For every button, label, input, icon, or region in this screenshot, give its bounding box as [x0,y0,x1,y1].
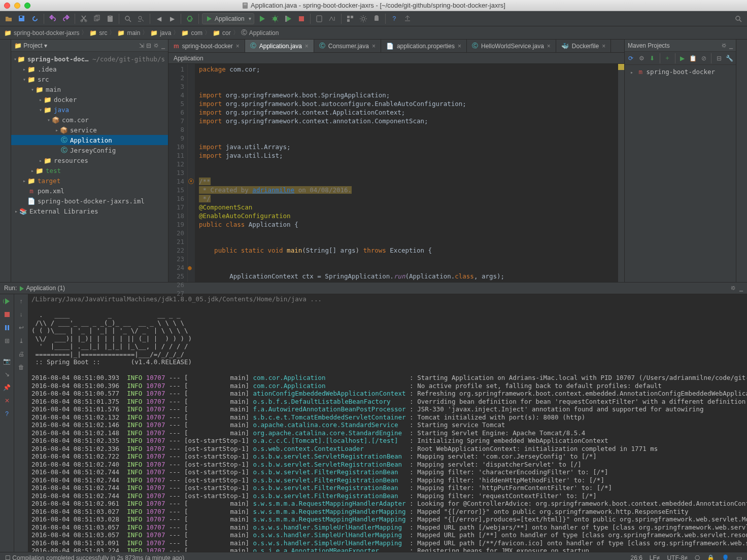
settings-icon[interactable] [358,13,369,24]
find-icon[interactable] [122,13,133,24]
panel-settings-icon[interactable]: ⛭ [730,285,736,292]
forward-icon[interactable]: ▶ [166,13,178,24]
open-file-icon[interactable] [3,13,14,24]
crumb-java[interactable]: 📁 java [149,29,172,37]
close-window-icon[interactable] [4,3,10,9]
tab-properties[interactable]: 📄application.properties× [381,40,467,52]
tab-docker[interactable]: 🐳Dockerfile× [556,40,611,52]
add-icon[interactable]: ＋ [663,53,672,63]
minimize-window-icon[interactable] [14,3,20,9]
lock-icon[interactable]: 🔒 [707,554,715,561]
editor-breadcrumb[interactable]: Application [168,53,624,64]
save-all-icon[interactable] [16,13,27,24]
close-run-icon[interactable]: ✕ [2,396,12,406]
line-sep[interactable]: LF≠ [650,554,660,561]
panel-settings-icon[interactable]: ⛭ [721,42,727,49]
close-icon[interactable]: × [458,43,461,50]
caret-pos[interactable]: 26:6 [630,554,642,561]
scroll-end-icon[interactable]: ⤓ [16,336,26,346]
redo-icon[interactable] [60,13,72,24]
tree-service[interactable]: ▸📦service [11,125,168,135]
console-output[interactable]: /Library/Java/JavaVirtualMachines/jdk1.8… [28,294,747,552]
tree-pom[interactable]: mpom.xml [11,186,168,196]
close-icon[interactable]: × [305,43,309,50]
tree-application[interactable]: ⒸApplication [11,135,168,145]
help-icon[interactable]: ? [2,409,12,419]
context[interactable]: ⎔ [695,554,700,561]
warning-indicator[interactable] [618,64,624,70]
close-icon[interactable]: × [236,43,240,50]
up-icon[interactable]: ↑ [16,296,26,306]
tab-pom[interactable]: mspring-boot-docker× [168,40,245,52]
run-config-select[interactable]: Application [202,13,254,24]
pin-icon[interactable]: 📌 [2,382,12,393]
close-icon[interactable]: × [602,43,605,50]
restore-icon[interactable]: ⊞ [2,336,12,346]
copy-icon[interactable] [91,13,103,24]
error-stripe[interactable] [618,64,624,282]
maximize-window-icon[interactable] [24,3,30,9]
crumb-project[interactable]: 📁 spring-boot-docker-jaxrs [3,29,80,37]
back-icon[interactable]: ◀ [153,13,164,24]
tree-test[interactable]: ▸📁test [11,165,168,176]
exit-icon[interactable]: ↘ [2,369,12,379]
autoscroll-icon[interactable]: ⇲ [139,42,144,49]
panel-settings-icon[interactable]: ⛭ [153,42,159,49]
tree-jersey[interactable]: ⒸJerseyConfig [11,145,168,155]
tree-resources[interactable]: ▸📁resources [11,155,168,165]
maven-settings-icon[interactable]: 🔧 [725,53,734,63]
crumb-main[interactable]: 📁 main [116,29,141,37]
reimport-icon[interactable]: ⟳ [627,53,635,63]
stop-icon[interactable] [2,309,12,320]
help-icon[interactable]: ? [389,13,400,24]
tree-src[interactable]: ▾📁src [11,74,168,84]
close-icon[interactable]: × [372,43,376,50]
avd-icon[interactable] [314,13,325,24]
editor-gutter[interactable]: ⦿ ● [188,64,195,282]
project-tree[interactable]: ▾📁spring-boot-docker-jaxrs~/code/git-git… [11,52,168,282]
tab-application[interactable]: ⒸApplication.java× [245,40,314,52]
encoding[interactable]: UTF-8≠ [667,554,688,561]
tree-java[interactable]: ▾📁java [11,104,168,115]
stop-icon[interactable] [296,13,307,24]
sync-icon[interactable] [29,13,41,24]
memory-icon[interactable]: ▭ [736,554,742,561]
tree-docker[interactable]: ▸📁docker [11,94,168,104]
tab-consumer[interactable]: ⒸConsumer.java× [314,40,381,52]
collapse-icon[interactable]: ⊟ [715,53,723,63]
maven-tree[interactable]: ▸ m spring-boot-docker [625,65,736,79]
tab-hello[interactable]: ⒸHelloWorldService.java× [467,40,556,52]
download-icon[interactable]: ⬇ [648,53,657,63]
crumb-src[interactable]: 📁 src [88,29,108,37]
soft-wrap-icon[interactable]: ↩ [16,323,26,333]
run-maven-icon[interactable]: ▶ [678,53,687,63]
hector-icon[interactable]: 👤 [722,554,729,561]
replace-icon[interactable] [135,13,147,24]
rerun-icon[interactable] [2,296,12,306]
crumb-com[interactable]: 📁 com [180,29,203,37]
crumb-file[interactable]: Ⓒ Application [240,28,280,37]
tree-ext[interactable]: ▸📚External Libraries [11,206,168,216]
crumb-cor[interactable]: 📁 cor [212,29,232,37]
sdk-icon[interactable] [327,13,338,24]
pause-icon[interactable] [2,323,12,333]
code-editor[interactable]: package com.cor; import org.springframew… [195,64,618,282]
tree-target[interactable]: ▸📁target [11,176,168,186]
cut-icon[interactable] [78,13,89,24]
execute-icon[interactable]: 📋 [689,53,697,63]
tree-pkg[interactable]: ▾📦com.cor [11,115,168,125]
print-icon[interactable]: 🖨 [16,349,26,359]
clear-icon[interactable]: 🗑 [16,362,26,372]
debug-icon[interactable] [269,13,281,24]
down-icon[interactable]: ↓ [16,309,26,320]
android-icon[interactable] [371,13,382,24]
hide-panel-icon[interactable]: ⎯ [161,42,165,49]
tree-idea[interactable]: ▸📁.idea [11,64,168,74]
update-icon[interactable] [402,13,413,24]
search-everywhere-icon[interactable] [733,13,744,24]
tree-main[interactable]: ▾📁main [11,84,168,94]
hide-panel-icon[interactable]: ⎯ [729,42,733,49]
undo-icon[interactable] [47,13,58,24]
project-view-select[interactable]: 📁 Project ▾ [14,42,47,49]
toggle-icon[interactable]: ⊘ [699,53,708,63]
